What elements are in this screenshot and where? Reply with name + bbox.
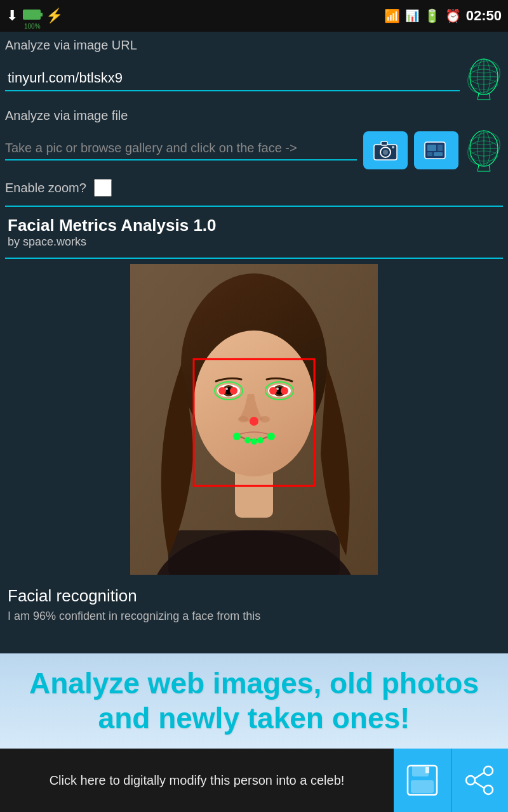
status-bar: ⬇ 100% ⚡ 📶 📊 🔋 ⏰ 02:50 bbox=[0, 0, 508, 32]
file-section-row: Take a pic or browse gallery and click o… bbox=[5, 128, 503, 173]
svg-rect-18 bbox=[438, 145, 443, 151]
camera-button[interactable] bbox=[363, 131, 408, 169]
url-section-label: Analyze via image URL bbox=[5, 38, 503, 53]
svg-point-50 bbox=[218, 387, 226, 395]
wireframe-head-icon-url bbox=[465, 56, 503, 101]
camera-icon bbox=[373, 140, 398, 162]
svg-point-47 bbox=[238, 416, 248, 422]
svg-rect-19 bbox=[427, 152, 432, 156]
svg-line-8 bbox=[478, 93, 479, 100]
wireframe-head-icon-file bbox=[465, 128, 503, 173]
svg-point-68 bbox=[484, 785, 493, 794]
battery-percent: 100% bbox=[24, 23, 41, 30]
divider-top bbox=[5, 206, 503, 207]
svg-point-53 bbox=[281, 387, 288, 395]
svg-line-69 bbox=[475, 773, 484, 778]
share-button[interactable] bbox=[451, 749, 508, 812]
svg-rect-17 bbox=[427, 145, 436, 151]
bottom-bar: Click here to digitally modify this pers… bbox=[0, 749, 508, 812]
usb-icon: ⚡ bbox=[46, 8, 63, 24]
signal-icon: 📊 bbox=[405, 9, 419, 23]
save-icon bbox=[405, 763, 439, 797]
svg-point-52 bbox=[269, 387, 277, 395]
recognition-text: I am 96% confident in recognizing a face… bbox=[8, 610, 500, 623]
svg-line-29 bbox=[478, 165, 479, 171]
app-title: Facial Metrics Analysis 1.0 bbox=[8, 216, 500, 235]
app-title-section: Facial Metrics Analysis 1.0 by space.wor… bbox=[5, 212, 503, 252]
svg-point-58 bbox=[257, 437, 264, 443]
gallery-icon bbox=[424, 140, 449, 162]
download-icon: ⬇ bbox=[6, 8, 18, 24]
zoom-row: Enable zoom? bbox=[5, 179, 503, 197]
svg-point-15 bbox=[392, 146, 394, 148]
status-right-icons: 📶 📊 🔋 ⏰ 02:50 bbox=[384, 8, 502, 24]
bottom-bar-text[interactable]: Click here to digitally modify this pers… bbox=[0, 772, 394, 789]
image-area bbox=[5, 264, 503, 575]
promo-banner: Analyze web images, old photos and newly… bbox=[0, 653, 508, 749]
svg-point-57 bbox=[244, 437, 251, 443]
svg-rect-65 bbox=[425, 767, 429, 773]
face-portrait bbox=[130, 264, 378, 575]
alarm-icon: ⏰ bbox=[445, 8, 461, 23]
svg-line-70 bbox=[475, 782, 484, 788]
zoom-checkbox[interactable] bbox=[94, 179, 112, 197]
status-left-icons: ⬇ 100% ⚡ bbox=[6, 8, 63, 24]
svg-point-66 bbox=[484, 766, 493, 775]
svg-point-48 bbox=[260, 416, 270, 422]
svg-point-56 bbox=[267, 433, 275, 440]
url-input[interactable] bbox=[5, 66, 460, 91]
svg-line-30 bbox=[489, 165, 490, 171]
save-button[interactable] bbox=[394, 749, 451, 812]
main-content: Analyze via image URL Analyze via image bbox=[0, 32, 508, 636]
battery-icon bbox=[23, 10, 41, 20]
svg-point-59 bbox=[251, 438, 257, 445]
zoom-label: Enable zoom? bbox=[5, 181, 86, 195]
file-placeholder: Take a pic or browse gallery and click o… bbox=[5, 141, 297, 155]
svg-rect-20 bbox=[434, 152, 443, 156]
svg-line-9 bbox=[489, 93, 490, 100]
file-section: Analyze via image file Take a pic or bro… bbox=[5, 108, 503, 173]
file-section-label: Analyze via image file bbox=[5, 108, 503, 123]
gallery-button[interactable] bbox=[414, 131, 458, 169]
svg-rect-35 bbox=[168, 530, 340, 575]
svg-point-55 bbox=[233, 433, 241, 440]
promo-text: Analyze web images, old photos and newly… bbox=[10, 666, 498, 736]
recognition-section: Facial recognition I am 96% confident in… bbox=[5, 580, 503, 629]
app-subtitle: by space.works bbox=[8, 235, 500, 249]
recognition-title: Facial recognition bbox=[8, 586, 500, 606]
svg-point-51 bbox=[230, 387, 237, 395]
share-icon bbox=[463, 763, 497, 797]
svg-point-54 bbox=[250, 417, 258, 426]
time-display: 02:50 bbox=[466, 8, 502, 24]
url-input-row bbox=[5, 56, 503, 101]
battery-full-icon: 🔋 bbox=[424, 8, 440, 23]
svg-point-67 bbox=[466, 776, 475, 785]
wifi-icon: 📶 bbox=[384, 8, 400, 23]
file-input-area: Take a pic or browse gallery and click o… bbox=[5, 141, 357, 160]
svg-rect-14 bbox=[381, 141, 387, 145]
svg-rect-64 bbox=[411, 781, 433, 792]
divider-bottom bbox=[5, 258, 503, 259]
svg-point-13 bbox=[383, 150, 388, 155]
face-image-container[interactable] bbox=[130, 264, 378, 575]
url-section: Analyze via image URL bbox=[5, 38, 503, 101]
